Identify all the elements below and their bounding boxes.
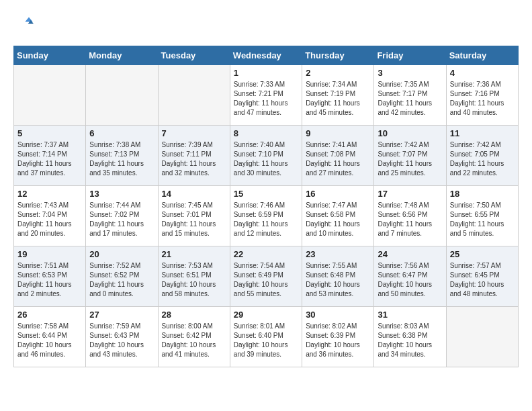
calendar-day: 9Sunrise: 7:41 AM Sunset: 7:08 PM Daylig… [302, 126, 374, 186]
day-number: 10 [378, 128, 442, 138]
day-number: 21 [162, 249, 226, 259]
calendar-day: 18Sunrise: 7:50 AM Sunset: 6:55 PM Dayli… [446, 186, 518, 246]
calendar-day: 12Sunrise: 7:43 AM Sunset: 7:04 PM Dayli… [14, 186, 86, 246]
calendar-day: 6Sunrise: 7:38 AM Sunset: 7:13 PM Daylig… [86, 126, 158, 186]
day-info: Sunrise: 8:03 AM Sunset: 6:38 PM Dayligh… [378, 322, 442, 359]
day-info: Sunrise: 7:44 AM Sunset: 7:02 PM Dayligh… [89, 201, 154, 238]
day-number: 1 [234, 68, 298, 78]
day-info: Sunrise: 7:58 AM Sunset: 6:44 PM Dayligh… [17, 322, 82, 359]
weekday-header-tuesday: Tuesday [158, 46, 230, 65]
calendar-week-4: 19Sunrise: 7:51 AM Sunset: 6:53 PM Dayli… [14, 246, 519, 307]
day-info: Sunrise: 7:50 AM Sunset: 6:55 PM Dayligh… [450, 201, 515, 238]
day-number: 20 [89, 249, 154, 259]
day-number: 6 [89, 128, 154, 138]
day-info: Sunrise: 7:45 AM Sunset: 7:01 PM Dayligh… [162, 201, 226, 238]
day-number: 17 [378, 189, 442, 199]
weekday-header-thursday: Thursday [302, 46, 374, 65]
calendar-day: 26Sunrise: 7:58 AM Sunset: 6:44 PM Dayli… [14, 307, 86, 367]
calendar-day: 20Sunrise: 7:52 AM Sunset: 6:52 PM Dayli… [86, 246, 158, 307]
calendar-day: 1Sunrise: 7:33 AM Sunset: 7:21 PM Daylig… [230, 65, 302, 126]
day-info: Sunrise: 7:40 AM Sunset: 7:10 PM Dayligh… [234, 140, 298, 178]
day-info: Sunrise: 7:37 AM Sunset: 7:14 PM Dayligh… [17, 140, 82, 178]
calendar-week-3: 12Sunrise: 7:43 AM Sunset: 7:04 PM Dayli… [14, 186, 519, 246]
calendar-day: 2Sunrise: 7:34 AM Sunset: 7:19 PM Daylig… [302, 65, 374, 126]
day-number: 7 [162, 128, 226, 138]
calendar-day: 4Sunrise: 7:36 AM Sunset: 7:16 PM Daylig… [446, 65, 518, 126]
calendar-day: 24Sunrise: 7:56 AM Sunset: 6:47 PM Dayli… [374, 246, 446, 307]
calendar-day: 7Sunrise: 7:39 AM Sunset: 7:11 PM Daylig… [158, 126, 230, 186]
page-header [13, 13, 519, 35]
calendar-day: 10Sunrise: 7:42 AM Sunset: 7:07 PM Dayli… [374, 126, 446, 186]
day-number: 18 [450, 189, 515, 199]
calendar-day [446, 307, 518, 367]
calendar-day: 31Sunrise: 8:03 AM Sunset: 6:38 PM Dayli… [374, 307, 446, 367]
calendar-day [14, 65, 86, 126]
calendar-day: 13Sunrise: 7:44 AM Sunset: 7:02 PM Dayli… [86, 186, 158, 246]
calendar-day: 29Sunrise: 8:01 AM Sunset: 6:40 PM Dayli… [230, 307, 302, 367]
day-info: Sunrise: 7:59 AM Sunset: 6:43 PM Dayligh… [89, 322, 154, 359]
day-info: Sunrise: 7:35 AM Sunset: 7:17 PM Dayligh… [378, 80, 442, 118]
calendar-table: SundayMondayTuesdayWednesdayThursdayFrid… [13, 46, 519, 367]
day-info: Sunrise: 8:01 AM Sunset: 6:40 PM Dayligh… [234, 322, 298, 359]
calendar-day: 16Sunrise: 7:47 AM Sunset: 6:58 PM Dayli… [302, 186, 374, 246]
day-number: 28 [162, 310, 226, 320]
day-info: Sunrise: 7:34 AM Sunset: 7:19 PM Dayligh… [306, 80, 370, 118]
calendar-day: 23Sunrise: 7:55 AM Sunset: 6:48 PM Dayli… [302, 246, 374, 307]
day-number: 3 [378, 68, 442, 78]
day-info: Sunrise: 7:51 AM Sunset: 6:53 PM Dayligh… [17, 261, 82, 299]
calendar-day [158, 65, 230, 126]
day-info: Sunrise: 8:02 AM Sunset: 6:39 PM Dayligh… [306, 322, 370, 359]
day-number: 9 [306, 128, 370, 138]
day-number: 5 [17, 128, 82, 138]
day-number: 26 [17, 310, 82, 320]
day-info: Sunrise: 8:00 AM Sunset: 6:42 PM Dayligh… [162, 322, 226, 359]
calendar-day: 19Sunrise: 7:51 AM Sunset: 6:53 PM Dayli… [14, 246, 86, 307]
day-number: 27 [89, 310, 154, 320]
calendar-day: 11Sunrise: 7:42 AM Sunset: 7:05 PM Dayli… [446, 126, 518, 186]
day-number: 22 [234, 249, 298, 259]
calendar-day: 14Sunrise: 7:45 AM Sunset: 7:01 PM Dayli… [158, 186, 230, 246]
day-info: Sunrise: 7:47 AM Sunset: 6:58 PM Dayligh… [306, 201, 370, 238]
logo [13, 13, 34, 35]
calendar-day: 28Sunrise: 8:00 AM Sunset: 6:42 PM Dayli… [158, 307, 230, 367]
day-number: 11 [450, 128, 515, 138]
calendar-day: 17Sunrise: 7:48 AM Sunset: 6:56 PM Dayli… [374, 186, 446, 246]
day-info: Sunrise: 7:54 AM Sunset: 6:49 PM Dayligh… [234, 261, 298, 299]
day-info: Sunrise: 7:42 AM Sunset: 7:07 PM Dayligh… [378, 140, 442, 178]
calendar-day: 22Sunrise: 7:54 AM Sunset: 6:49 PM Dayli… [230, 246, 302, 307]
day-info: Sunrise: 7:53 AM Sunset: 6:51 PM Dayligh… [162, 261, 226, 299]
day-info: Sunrise: 7:55 AM Sunset: 6:48 PM Dayligh… [306, 261, 370, 299]
day-number: 8 [234, 128, 298, 138]
calendar-day: 8Sunrise: 7:40 AM Sunset: 7:10 PM Daylig… [230, 126, 302, 186]
day-number: 2 [306, 68, 370, 78]
calendar-week-2: 5Sunrise: 7:37 AM Sunset: 7:14 PM Daylig… [14, 126, 519, 186]
day-info: Sunrise: 7:46 AM Sunset: 6:59 PM Dayligh… [234, 201, 298, 238]
day-number: 31 [378, 310, 442, 320]
weekday-header-sunday: Sunday [14, 46, 86, 65]
calendar-day [86, 65, 158, 126]
day-number: 30 [306, 310, 370, 320]
calendar-week-5: 26Sunrise: 7:58 AM Sunset: 6:44 PM Dayli… [14, 307, 519, 367]
calendar-day: 21Sunrise: 7:53 AM Sunset: 6:51 PM Dayli… [158, 246, 230, 307]
weekday-header-friday: Friday [374, 46, 446, 65]
calendar-day: 5Sunrise: 7:37 AM Sunset: 7:14 PM Daylig… [14, 126, 86, 186]
day-info: Sunrise: 7:38 AM Sunset: 7:13 PM Dayligh… [89, 140, 154, 178]
day-number: 4 [450, 68, 515, 78]
day-number: 24 [378, 249, 442, 259]
weekday-header-row: SundayMondayTuesdayWednesdayThursdayFrid… [14, 46, 519, 65]
day-info: Sunrise: 7:41 AM Sunset: 7:08 PM Dayligh… [306, 140, 370, 178]
day-info: Sunrise: 7:57 AM Sunset: 6:45 PM Dayligh… [450, 261, 515, 299]
day-info: Sunrise: 7:43 AM Sunset: 7:04 PM Dayligh… [17, 201, 82, 238]
day-number: 25 [450, 249, 515, 259]
day-number: 14 [162, 189, 226, 199]
day-number: 29 [234, 310, 298, 320]
day-number: 12 [17, 189, 82, 199]
weekday-header-monday: Monday [86, 46, 158, 65]
day-number: 15 [234, 189, 298, 199]
calendar-day: 30Sunrise: 8:02 AM Sunset: 6:39 PM Dayli… [302, 307, 374, 367]
day-info: Sunrise: 7:56 AM Sunset: 6:47 PM Dayligh… [378, 261, 442, 299]
day-info: Sunrise: 7:52 AM Sunset: 6:52 PM Dayligh… [89, 261, 154, 299]
day-number: 23 [306, 249, 370, 259]
day-number: 19 [17, 249, 82, 259]
calendar-day: 27Sunrise: 7:59 AM Sunset: 6:43 PM Dayli… [86, 307, 158, 367]
